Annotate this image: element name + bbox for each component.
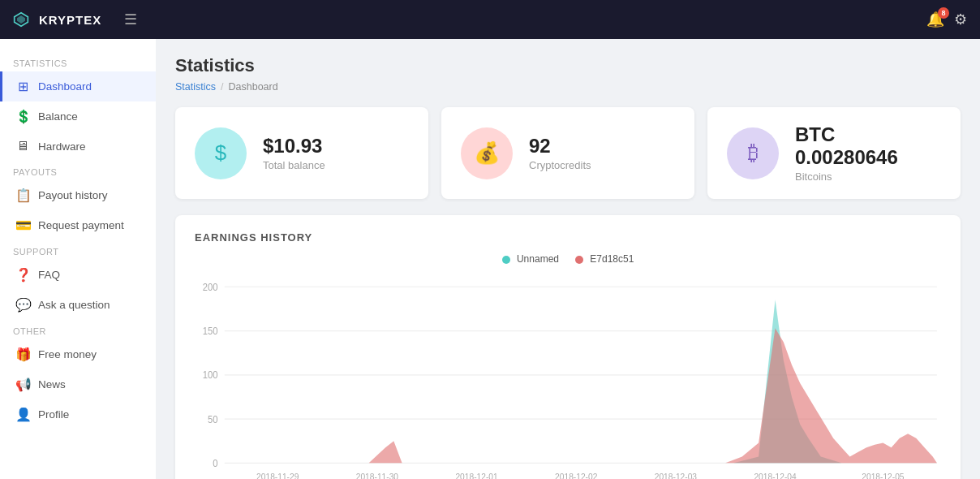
svg-marker-1 xyxy=(17,15,25,24)
sidebar-item-news[interactable]: 📢 News xyxy=(0,369,156,399)
breadcrumb-statistics[interactable]: Statistics xyxy=(175,81,216,93)
stat-card-cryptocredits: 💰 92 Cryptocredits xyxy=(441,107,694,199)
bitcoins-label: Bitcoins xyxy=(795,170,941,183)
sidebar-item-faq[interactable]: ❓ FAQ xyxy=(0,260,156,290)
sidebar-label-news: News xyxy=(38,378,66,391)
x-label-1205: 2018-12-05 xyxy=(862,471,904,479)
sidebar-item-balance[interactable]: 💲 Balance xyxy=(0,101,156,132)
legend-dot-e7d18c51 xyxy=(575,256,583,264)
sidebar-label-request-payment: Request payment xyxy=(38,219,124,231)
sidebar-label-free-money: Free money xyxy=(38,348,97,360)
legend-e7d18c51: E7d18c51 xyxy=(575,253,634,265)
free-money-icon: 🎁 xyxy=(15,347,30,362)
sidebar-label-dashboard: Dashboard xyxy=(38,80,92,93)
payout-history-icon: 📋 xyxy=(15,188,30,203)
hardware-icon: 🖥 xyxy=(15,139,30,153)
nav-right: 🔔 8 ⚙ xyxy=(926,11,967,28)
bitcoins-info: BTC 0.00280646 Bitcoins xyxy=(795,123,941,183)
sidebar-item-ask-question[interactable]: 💬 Ask a question xyxy=(0,290,156,320)
main-content: Statistics Statistics / Dashboard $ $10.… xyxy=(156,39,980,479)
y-label-150: 150 xyxy=(203,326,218,338)
bitcoins-icon-circle: ₿ xyxy=(727,127,779,179)
total-balance-info: $10.93 Total balance xyxy=(263,135,325,171)
sidebar: Statistics ⊞ Dashboard 💲 Balance 🖥 Hardw… xyxy=(0,39,156,479)
notif-badge: 8 xyxy=(938,7,949,19)
x-label-1129: 2018-11-29 xyxy=(256,471,299,479)
y-label-200: 200 xyxy=(203,281,218,293)
dollar-icon: $ xyxy=(215,140,226,166)
breadcrumb-dashboard: Dashboard xyxy=(229,81,278,93)
x-label-1204: 2018-12-04 xyxy=(754,471,796,479)
x-label-1203: 2018-12-03 xyxy=(655,471,697,479)
sidebar-item-hardware[interactable]: 🖥 Hardware xyxy=(0,132,156,161)
chart-title: EARNINGS HISTORY xyxy=(195,231,941,244)
breadcrumb-sep: / xyxy=(221,81,223,93)
bitcoin-icon: ₿ xyxy=(748,140,759,166)
sidebar-label-faq: FAQ xyxy=(38,269,60,281)
request-payment-icon: 💳 xyxy=(15,218,30,233)
sidebar-section-other: Other xyxy=(0,320,156,339)
x-label-1130: 2018-11-30 xyxy=(356,471,398,479)
page-title: Statistics xyxy=(175,55,961,76)
sidebar-section-payouts: Payouts xyxy=(0,161,156,180)
faq-icon: ❓ xyxy=(15,267,30,283)
sidebar-label-hardware: Hardware xyxy=(38,140,86,153)
balance-icon: 💲 xyxy=(15,109,30,124)
stat-card-total-balance: $ $10.93 Total balance xyxy=(175,107,428,199)
sidebar-label-profile: Profile xyxy=(38,408,69,421)
sidebar-label-ask: Ask a question xyxy=(38,299,110,311)
y-label-0: 0 xyxy=(213,457,218,469)
legend-label-unnamed: Unnamed xyxy=(517,253,559,265)
logo-icon xyxy=(13,11,29,28)
settings-button[interactable]: ⚙ xyxy=(954,11,967,28)
hamburger-button[interactable]: ☰ xyxy=(124,11,137,28)
total-balance-label: Total balance xyxy=(263,159,325,171)
pink-area xyxy=(225,328,937,463)
money-bag-icon: 💰 xyxy=(474,140,500,166)
total-balance-value: $10.93 xyxy=(263,135,325,158)
sidebar-item-profile[interactable]: 👤 Profile xyxy=(0,399,156,429)
sidebar-item-payout-history[interactable]: 📋 Payout history xyxy=(0,180,156,210)
cryptocredits-info: 92 Cryptocredits xyxy=(529,135,591,171)
earnings-chart: 200 150 100 50 0 2018-11-29 2018-11-30 xyxy=(195,278,941,479)
cryptocredits-icon-circle: 💰 xyxy=(461,127,513,179)
stat-card-bitcoins: ₿ BTC 0.00280646 Bitcoins xyxy=(707,107,961,199)
news-icon: 📢 xyxy=(15,377,30,392)
legend-label-e7d18c51: E7d18c51 xyxy=(590,253,634,265)
nav-left: KRYPTEX ☰ xyxy=(13,11,137,28)
sidebar-section-statistics: Statistics xyxy=(0,52,156,71)
ask-icon: 💬 xyxy=(15,297,30,313)
x-label-1201: 2018-12-01 xyxy=(455,471,497,479)
chart-card: EARNINGS HISTORY Unnamed E7d18c51 200 15… xyxy=(175,215,961,479)
sidebar-label-balance: Balance xyxy=(38,110,78,123)
stat-cards: $ $10.93 Total balance 💰 92 Cryptocredit… xyxy=(175,107,961,199)
dashboard-icon: ⊞ xyxy=(15,79,30,94)
chart-legend: Unnamed E7d18c51 xyxy=(195,253,941,265)
legend-dot-unnamed xyxy=(502,256,510,264)
sidebar-item-free-money[interactable]: 🎁 Free money xyxy=(0,339,156,369)
total-balance-icon-circle: $ xyxy=(195,127,247,179)
bitcoins-value: BTC 0.00280646 xyxy=(795,123,941,169)
profile-icon: 👤 xyxy=(15,407,30,422)
sidebar-item-dashboard[interactable]: ⊞ Dashboard xyxy=(0,71,156,101)
sidebar-section-support: Support xyxy=(0,240,156,260)
breadcrumb: Statistics / Dashboard xyxy=(175,81,961,93)
sidebar-label-payout-history: Payout history xyxy=(38,189,108,201)
y-label-100: 100 xyxy=(203,369,218,382)
legend-unnamed: Unnamed xyxy=(502,253,559,265)
app-name: KRYPTEX xyxy=(39,13,101,27)
notifications-button[interactable]: 🔔 8 xyxy=(926,11,944,28)
top-nav: KRYPTEX ☰ 🔔 8 ⚙ xyxy=(0,0,980,39)
y-label-50: 50 xyxy=(208,413,218,425)
main-layout: Statistics ⊞ Dashboard 💲 Balance 🖥 Hardw… xyxy=(0,39,980,479)
cryptocredits-label: Cryptocredits xyxy=(529,159,591,171)
cryptocredits-value: 92 xyxy=(529,135,591,158)
sidebar-item-request-payment[interactable]: 💳 Request payment xyxy=(0,210,156,240)
x-label-1202: 2018-12-02 xyxy=(555,471,597,479)
